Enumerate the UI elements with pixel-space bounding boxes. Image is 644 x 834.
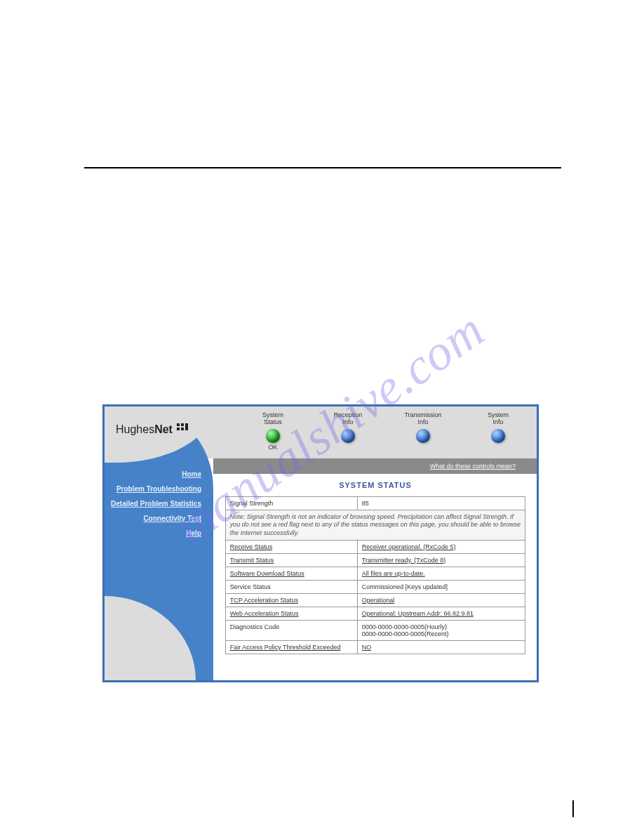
brand-logo: HughesNet xyxy=(116,423,185,436)
table-row: Software Download StatusAll files are up… xyxy=(225,567,525,580)
page-footer-mark xyxy=(572,800,574,817)
status-label-cell: Fair Access Policy Threshold Exceeded xyxy=(225,640,357,654)
sidebar-item-help[interactable]: Help xyxy=(105,526,210,541)
orb-sublabel: OK xyxy=(241,444,304,451)
page-header-rule xyxy=(84,167,561,168)
status-value-cell: Operational: Upstream Addr: 66.82.9.81 xyxy=(357,607,525,620)
status-value-cell: Operational xyxy=(357,593,525,607)
status-label-cell: Signal Strength xyxy=(225,497,357,510)
system-control-center-window: HughesNet System Status OK Reception Inf… xyxy=(102,404,539,682)
nav-system-info[interactable]: System Info xyxy=(467,412,530,451)
help-subbar: What do these controls mean? xyxy=(213,458,537,474)
status-label-link[interactable]: Fair Access Policy Threshold Exceeded xyxy=(230,644,341,651)
sidebar-item-home[interactable]: Home xyxy=(105,467,210,482)
status-value-link[interactable]: Operational: Upstream Addr: 66.82.9.81 xyxy=(362,610,474,617)
status-value-cell: Receiver operational. (RxCode 5) xyxy=(357,540,525,553)
status-label-cell: Receive Status xyxy=(225,540,357,553)
status-label-cell: Web Acceleration Status xyxy=(225,607,357,620)
sidebar-item-troubleshooting[interactable]: Problem Troubleshooting xyxy=(105,482,210,496)
nav-reception-info[interactable]: Reception Info xyxy=(316,412,380,451)
header-nav-orbs: System Status OK Reception Info Transmis… xyxy=(241,412,530,451)
signal-strength-note-row: Note: Signal Strength is not an indicato… xyxy=(225,510,525,541)
status-value-cell: Transmitter ready. (TxCode 8) xyxy=(357,553,525,567)
status-label-cell: Diagnostics Code xyxy=(225,620,357,640)
table-row: Signal Strength85 xyxy=(225,497,525,510)
table-row: Service StatusCommissioned [Keys updated… xyxy=(225,580,525,593)
status-value-link[interactable]: Receiver operational. (RxCode 5) xyxy=(362,543,456,550)
status-value-cell: NO xyxy=(357,640,525,654)
status-label-link[interactable]: Web Acceleration Status xyxy=(230,610,299,617)
sidebar-item-connectivity-test[interactable]: Connectivity Test xyxy=(105,511,210,526)
orb-label-line2: Status xyxy=(241,419,304,426)
table-row: Web Acceleration StatusOperational: Upst… xyxy=(225,607,525,620)
table-row: TCP Acceleration StatusOperational xyxy=(225,593,525,607)
orb-label-line2: Info xyxy=(316,419,380,426)
status-value-link[interactable]: NO xyxy=(362,644,372,651)
status-label-cell: TCP Acceleration Status xyxy=(225,593,357,607)
status-value-link[interactable]: Operational xyxy=(362,597,395,604)
status-label-cell: Transmit Status xyxy=(225,553,357,567)
status-label-link[interactable]: TCP Acceleration Status xyxy=(230,597,298,604)
brand-name-1: Hughes xyxy=(116,423,154,435)
status-value-cell: 0000-0000-0000-0005(Hourly)0000-0000-000… xyxy=(357,620,525,640)
status-label-cell: Service Status xyxy=(225,580,357,593)
table-row: Transmit StatusTransmitter ready. (TxCod… xyxy=(225,553,525,567)
system-status-table: Signal Strength85Note: Signal Strength i… xyxy=(225,496,526,654)
brand-squares-icon xyxy=(177,423,187,433)
sidebar-nav: Home Problem Troubleshooting Detailed Pr… xyxy=(105,467,210,541)
main-content-panel: SYSTEM STATUS Signal Strength85Note: Sig… xyxy=(215,474,535,679)
signal-strength-note-text: Note: Signal Strength is not an indicato… xyxy=(225,510,525,541)
nav-transmission-info[interactable]: Transmission Info xyxy=(391,412,455,451)
status-value-link[interactable]: All files are up-to-date. xyxy=(362,570,425,577)
status-value-cell: 85 xyxy=(357,497,525,510)
orb-label-line2: Info xyxy=(391,419,455,426)
brand-name-2: Net xyxy=(154,423,173,435)
nav-system-status[interactable]: System Status OK xyxy=(241,412,304,451)
panel-title: SYSTEM STATUS xyxy=(215,481,535,489)
status-label-link[interactable]: Software Download Status xyxy=(230,570,304,577)
controls-help-link[interactable]: What do these controls mean? xyxy=(430,463,516,470)
table-row: Fair Access Policy Threshold ExceededNO xyxy=(225,640,525,654)
info-orb-icon xyxy=(416,429,430,443)
status-value-cell: Commissioned [Keys updated] xyxy=(357,580,525,593)
sidebar-item-statistics[interactable]: Detailed Problem Statistics xyxy=(105,496,210,511)
status-label-link[interactable]: Receive Status xyxy=(230,543,273,550)
status-value-link[interactable]: Transmitter ready. (TxCode 8) xyxy=(362,557,446,564)
status-label-link[interactable]: Transmit Status xyxy=(230,557,274,564)
sidebar-background-swirl xyxy=(105,406,213,680)
info-orb-icon xyxy=(491,429,505,443)
status-value-cell: All files are up-to-date. xyxy=(357,567,525,580)
status-orb-icon xyxy=(266,429,280,443)
orb-label-line2: Info xyxy=(467,419,530,426)
info-orb-icon xyxy=(341,429,355,443)
table-row: Diagnostics Code0000-0000-0000-0005(Hour… xyxy=(225,620,525,640)
status-label-cell: Software Download Status xyxy=(225,567,357,580)
table-row: Receive StatusReceiver operational. (RxC… xyxy=(225,540,525,553)
